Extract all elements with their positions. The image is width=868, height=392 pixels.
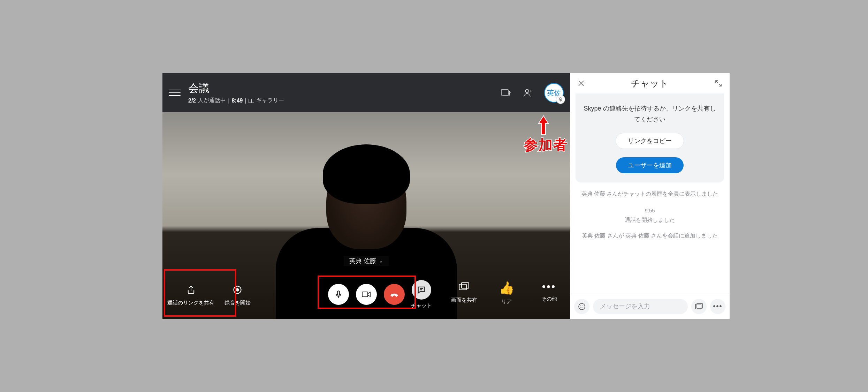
chat-message-input[interactable] [593, 299, 688, 314]
participants-count: 2/2 [188, 98, 196, 104]
svg-rect-7 [459, 284, 466, 290]
thumbs-up-icon: 👍 [499, 280, 515, 296]
mic-muted-icon [556, 95, 565, 104]
chevron-down-icon: ⌄ [379, 258, 383, 264]
snap-layout-button[interactable] [498, 85, 513, 100]
system-message-3: 英典 佐藤 さんが 英典 佐藤 さんを会話に追加しました [582, 231, 718, 240]
svg-rect-8 [462, 282, 469, 288]
reaction-label: リア [501, 299, 512, 305]
svg-point-1 [525, 89, 529, 93]
expand-chat-button[interactable] [713, 78, 724, 89]
call-duration: 8:49 [231, 98, 243, 104]
call-status-line: 2/2 人が通話中 | 8:49 | ギャラリー [188, 97, 284, 104]
add-participant-button[interactable] [520, 85, 536, 100]
open-chat-button[interactable]: チャット [407, 280, 436, 309]
system-message-1: 英典 佐藤 さんがチャットの履歴を全員に表示しました [581, 189, 718, 198]
self-avatar[interactable]: 英佐 [544, 83, 564, 103]
hangup-button[interactable] [384, 284, 405, 305]
call-header: 会議 2/2 人が通話中 | 8:49 | ギャラリー 英佐 [162, 73, 570, 112]
chat-input-row: ••• [570, 294, 730, 319]
svg-point-4 [236, 288, 239, 291]
start-record-label: 録音を開始 [224, 300, 251, 306]
input-more-button[interactable]: ••• [710, 299, 725, 314]
chat-body: Skype の連絡先を招待するか、リンクを共有してください リンクをコピー ユー… [570, 93, 730, 294]
add-user-button[interactable]: ユーザーを追加 [616, 157, 684, 173]
share-link-label: 通話のリンクを共有 [167, 300, 214, 306]
chat-label: チャット [411, 302, 432, 309]
mic-toggle-button[interactable] [328, 284, 349, 305]
start-record-button[interactable]: 録音を開始 [223, 283, 252, 306]
video-call-area: 会議 2/2 人が通話中 | 8:49 | ギャラリー 英佐 [162, 73, 570, 319]
svg-rect-0 [501, 90, 508, 95]
status-label: 人が通話中 [198, 97, 226, 104]
camera-toggle-button[interactable] [356, 284, 377, 305]
more-options-button[interactable]: ••• その他 [534, 280, 564, 302]
call-title-block: 会議 2/2 人が通話中 | 8:49 | ギャラリー [188, 81, 284, 104]
share-icon [184, 283, 198, 297]
share-link-button[interactable]: 通話のリンクを共有 [167, 283, 214, 306]
chat-title: チャット [587, 77, 713, 90]
grid-icon [249, 99, 254, 103]
view-label: ギャラリー [256, 97, 284, 104]
share-screen-icon [457, 280, 471, 294]
copy-link-button[interactable]: リンクをコピー [616, 133, 684, 149]
share-screen-label: 画面を共有 [451, 297, 477, 303]
svg-point-10 [580, 306, 581, 306]
chat-header: チャット [570, 73, 730, 93]
meeting-title: 会議 [188, 81, 284, 96]
share-screen-button[interactable]: 画面を共有 [449, 280, 479, 303]
close-chat-button[interactable] [576, 78, 587, 89]
emoji-button[interactable] [574, 299, 589, 314]
call-controls: 通話のリンクを共有 録音を開始 [162, 270, 570, 319]
svg-rect-5 [337, 291, 340, 295]
add-user-label: ユーザーを追加 [628, 161, 672, 169]
more-icon: ••• [542, 280, 556, 293]
svg-rect-6 [362, 292, 368, 297]
svg-point-11 [583, 306, 583, 306]
system-message-2: 通話を開始しました [625, 216, 675, 225]
invite-text: Skype の連絡先を招待するか、リンクを共有してください [583, 103, 716, 125]
status-sep: | [228, 98, 229, 104]
copy-link-label: リンクをコピー [628, 137, 672, 145]
menu-button[interactable] [169, 87, 181, 99]
status-sep2: | [245, 98, 246, 104]
more-label: その他 [541, 296, 557, 302]
timestamp: 9:55 [645, 208, 655, 213]
svg-point-9 [579, 303, 585, 310]
attach-image-button[interactable] [691, 299, 707, 314]
record-icon [230, 283, 244, 297]
remote-participant-label[interactable]: 英典 佐藤 ⌄ [344, 256, 389, 266]
remote-participant-name: 英典 佐藤 [349, 257, 376, 265]
reaction-button[interactable]: 👍 リア [492, 280, 521, 305]
chat-icon [412, 280, 431, 300]
invite-card: Skype の連絡先を招待するか、リンクを共有してください リンクをコピー ユー… [576, 93, 724, 182]
chat-panel: チャット Skype の連絡先を招待するか、リンクを共有してください リンクをコ… [570, 73, 730, 319]
